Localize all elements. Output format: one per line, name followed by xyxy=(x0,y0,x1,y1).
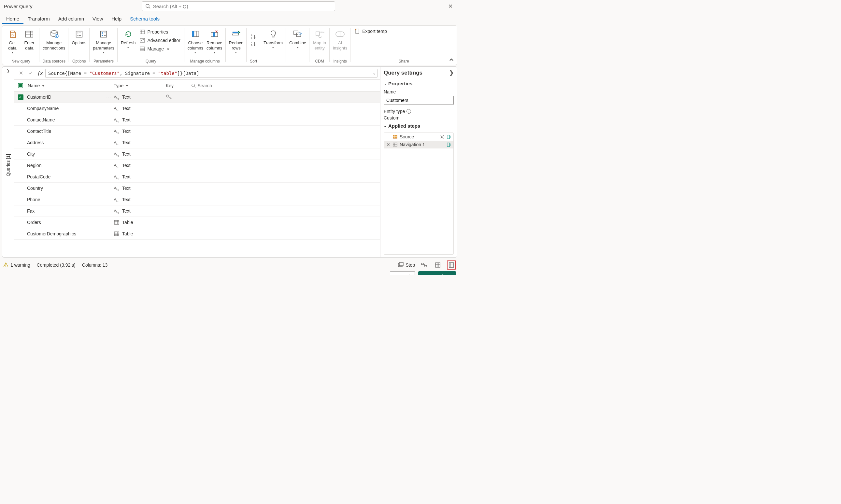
map-to-entity-button[interactable]: CDM Map to entity xyxy=(311,27,328,51)
step-output-icon[interactable] xyxy=(447,142,451,147)
svg-rect-44 xyxy=(356,29,359,34)
manage-query-button[interactable]: Manage xyxy=(138,44,182,53)
choose-columns-button[interactable]: Choose columns ▾ xyxy=(186,27,204,54)
step-button[interactable]: Step xyxy=(398,262,415,268)
row-checkbox[interactable] xyxy=(18,197,23,202)
schema-row[interactable]: Address···ABCText xyxy=(14,137,380,148)
row-checkbox[interactable] xyxy=(18,94,23,100)
row-checkbox[interactable] xyxy=(18,220,23,225)
data-view-button[interactable] xyxy=(433,260,442,270)
entity-type-label: Entity type xyxy=(384,109,405,114)
step-output-icon[interactable] xyxy=(447,134,451,139)
row-checkbox[interactable] xyxy=(18,174,23,180)
delete-step-icon[interactable]: ✕ xyxy=(386,142,391,147)
column-header-type[interactable]: Type xyxy=(114,83,166,88)
transform-button[interactable]: Transform ▾ xyxy=(262,27,284,49)
schema-row[interactable]: Fax···ABCText xyxy=(14,205,380,217)
global-search-box[interactable] xyxy=(142,1,335,11)
queries-pane-toggle[interactable]: ❯ Queries [1] xyxy=(2,67,14,257)
get-data-button[interactable]: Get data ▾ xyxy=(4,27,20,54)
save-close-button[interactable]: Save & close xyxy=(418,271,456,275)
ai-insights-button[interactable]: AI insights xyxy=(332,27,348,51)
row-checkbox[interactable] xyxy=(18,163,23,168)
global-search-input[interactable] xyxy=(153,4,332,9)
schema-row[interactable]: ContactTitle···ABCText xyxy=(14,126,380,137)
row-checkbox[interactable] xyxy=(18,129,23,134)
refresh-button[interactable]: Refresh ▾ xyxy=(120,27,137,49)
svg-rect-25 xyxy=(140,47,145,51)
fx-icon[interactable]: ƒx xyxy=(36,70,44,76)
tab-view[interactable]: View xyxy=(88,13,107,24)
text-type-icon: ABC xyxy=(114,174,120,180)
tab-add-column[interactable]: Add column xyxy=(54,13,88,24)
parameters-icon xyxy=(98,29,109,40)
options-button[interactable]: Options xyxy=(70,27,88,46)
entity-type-value: Custom xyxy=(384,115,454,121)
schema-row[interactable]: CompanyName···ABCText xyxy=(14,103,380,114)
formula-input[interactable]: Source{[Name = "Customers", Signature = … xyxy=(45,69,377,78)
column-header-name[interactable]: Name xyxy=(27,83,104,88)
formula-commit-button[interactable]: ✓ xyxy=(26,69,35,77)
row-checkbox[interactable] xyxy=(18,209,23,214)
row-checkbox[interactable] xyxy=(18,185,23,191)
tab-transform[interactable]: Transform xyxy=(23,13,54,24)
manage-parameters-button[interactable]: Manage parameters ▾ xyxy=(91,27,115,54)
formula-expand-button[interactable]: ⌄ xyxy=(373,71,375,75)
key-icon xyxy=(166,94,191,100)
row-checkbox[interactable] xyxy=(18,106,23,111)
ribbon-collapse-button[interactable] xyxy=(448,56,455,64)
applied-step[interactable]: ✕Navigation 1 xyxy=(384,141,453,148)
gear-icon[interactable] xyxy=(440,134,445,139)
ribbon-tabs: Home Transform Add column View Help Sche… xyxy=(0,12,459,24)
svg-point-105 xyxy=(5,266,6,267)
combine-button[interactable]: Combine ▾ xyxy=(288,27,307,49)
remove-columns-button[interactable]: Remove columns ▾ xyxy=(205,27,223,54)
tab-help[interactable]: Help xyxy=(107,13,126,24)
export-template-button[interactable]: Export temp xyxy=(353,27,389,35)
info-icon[interactable]: i xyxy=(407,109,411,114)
svg-point-96 xyxy=(441,136,443,138)
schema-row[interactable]: ContactName···ABCText xyxy=(14,114,380,126)
tab-home[interactable]: Home xyxy=(2,13,23,24)
select-all-icon[interactable] xyxy=(18,83,23,88)
applied-step[interactable]: Source xyxy=(384,133,453,141)
schema-row[interactable]: City···ABCText xyxy=(14,148,380,160)
schema-row[interactable]: PostalCode···ABCText xyxy=(14,171,380,183)
text-type-icon: ABC xyxy=(114,117,120,123)
advanced-editor-button[interactable]: Advanced editor xyxy=(138,36,182,44)
field-name: Address xyxy=(27,140,104,145)
applied-steps-toggle[interactable]: ⌄ Applied steps xyxy=(384,123,454,129)
row-checkbox[interactable] xyxy=(18,117,23,123)
schema-search-input[interactable] xyxy=(198,83,380,88)
svg-text:C: C xyxy=(118,98,119,100)
field-name: ContactTitle xyxy=(27,129,104,134)
properties-button[interactable]: Properties xyxy=(138,28,182,36)
schema-row[interactable]: Orders···Table xyxy=(14,217,380,228)
sort-asc-button[interactable]: AZ xyxy=(249,33,258,40)
schema-row[interactable]: Phone···ABCText xyxy=(14,194,380,205)
reduce-rows-button[interactable]: Reduce rows ▾ xyxy=(228,27,245,54)
close-button[interactable]: ✕ xyxy=(444,3,457,10)
warning-indicator[interactable]: 1 warning xyxy=(3,263,30,268)
tab-schema-tools[interactable]: Schema tools xyxy=(126,13,164,24)
sort-desc-button[interactable]: ZA xyxy=(249,40,258,48)
schema-search[interactable] xyxy=(191,83,380,88)
properties-section-toggle[interactable]: ⌄ Properties xyxy=(384,81,454,86)
row-more-button[interactable]: ··· xyxy=(104,94,114,100)
row-checkbox[interactable] xyxy=(18,151,23,157)
query-name-input[interactable] xyxy=(384,96,454,105)
manage-connections-button[interactable]: Manage connections xyxy=(41,27,67,51)
query-settings-expand-button[interactable]: ❯ xyxy=(449,69,454,76)
enter-data-button[interactable]: Enter data xyxy=(21,27,37,51)
diagram-view-button[interactable] xyxy=(419,260,429,270)
row-checkbox[interactable] xyxy=(18,140,23,146)
schema-row[interactable]: Region···ABCText xyxy=(14,160,380,171)
svg-rect-102 xyxy=(447,143,450,146)
row-checkbox[interactable] xyxy=(18,231,23,237)
schema-view-button[interactable] xyxy=(447,260,456,270)
formula-cancel-button[interactable]: ✕ xyxy=(17,69,25,77)
schema-row[interactable]: CustomerID···ABCText xyxy=(14,91,380,103)
schema-row[interactable]: Country···ABCText xyxy=(14,183,380,194)
schema-row[interactable]: CustomerDemographics···Table xyxy=(14,228,380,240)
cancel-button[interactable]: Cancel xyxy=(390,271,415,275)
